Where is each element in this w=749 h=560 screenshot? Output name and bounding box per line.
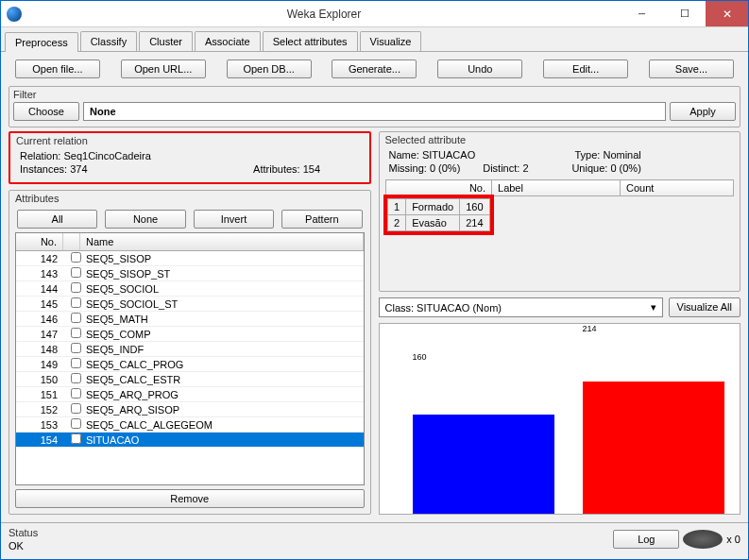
undo-button[interactable]: Undo xyxy=(437,59,522,78)
status-bar: Status OK Log x 0 xyxy=(1,522,748,559)
sel-missing-label: Missing: 0 (0%) xyxy=(389,162,476,174)
class-select-value: Class: SITUACAO (Nom) xyxy=(385,302,502,314)
save-button[interactable]: Save... xyxy=(649,59,734,78)
sel-col-count: Count xyxy=(621,180,734,196)
status-legend: Status xyxy=(9,527,613,538)
window-controls xyxy=(621,1,748,26)
selected-value-row: 2Evasão214 xyxy=(388,215,490,231)
col-header-name: Name xyxy=(80,233,364,250)
current-relation-legend: Current relation xyxy=(16,135,364,146)
weka-bird-icon xyxy=(683,530,723,549)
tab-preprocess[interactable]: Preprocess xyxy=(5,32,78,52)
sel-unique-label: Unique: 0 (0%) xyxy=(571,162,640,174)
attribute-row[interactable]: 151SEQ5_ARQ_PROG xyxy=(16,387,364,402)
attribute-row[interactable]: 147SEQ5_COMP xyxy=(16,327,364,342)
sel-type-label: Type: Nominal xyxy=(571,149,640,161)
weka-explorer-window: Weka Explorer Preprocess Classify Cluste… xyxy=(0,0,749,560)
main-split: Current relation Relation: Seq1CincoCade… xyxy=(9,131,740,515)
selected-values-table: No. Label Count 1Formado1602Evasão214 xyxy=(385,179,735,233)
edit-button[interactable]: Edit... xyxy=(543,59,628,78)
status-text: OK xyxy=(9,540,613,552)
bar-evasao xyxy=(583,382,724,514)
attr-all-button[interactable]: All xyxy=(17,210,97,229)
status-counter: x 0 xyxy=(726,534,740,545)
remove-button[interactable]: Remove xyxy=(15,489,365,508)
left-pane: Current relation Relation: Seq1CincoCade… xyxy=(9,131,371,515)
tab-associate[interactable]: Associate xyxy=(195,31,261,51)
attribute-row[interactable]: 148SEQ5_INDF xyxy=(16,342,364,357)
sel-distinct-label: Distinct: 2 xyxy=(483,162,564,174)
attribute-row[interactable]: 143SEQ5_SISOP_ST xyxy=(16,266,364,281)
current-relation-group: Current relation Relation: Seq1CincoCade… xyxy=(9,131,371,184)
attributes-group: Attributes All None Invert Pattern No. N… xyxy=(9,190,371,515)
attributes-legend: Attributes xyxy=(15,193,365,204)
attribute-row[interactable]: 154SITUACAO xyxy=(16,433,364,448)
attributes-label: Attributes: 154 xyxy=(230,163,320,175)
window-title: Weka Explorer xyxy=(27,8,621,21)
attr-invert-button[interactable]: Invert xyxy=(194,210,274,229)
visualization-area: 160 214 xyxy=(379,323,741,515)
bar-label-2: 214 xyxy=(583,324,597,333)
attribute-row[interactable]: 146SEQ5_MATH xyxy=(16,312,364,327)
filter-apply-button[interactable]: Apply xyxy=(670,102,736,121)
attribute-row[interactable]: 142SEQ5_SISOP xyxy=(16,251,364,266)
log-button[interactable]: Log xyxy=(613,530,679,549)
generate-button[interactable]: Generate... xyxy=(332,59,417,78)
selected-attribute-legend: Selected attribute xyxy=(385,134,735,145)
attribute-row[interactable]: 149SEQ5_CALC_PROG xyxy=(16,357,364,372)
attributes-list-body[interactable]: 142SEQ5_SISOP143SEQ5_SISOP_ST144SEQ5_SOC… xyxy=(16,251,364,484)
open-url-button[interactable]: Open URL... xyxy=(121,59,206,78)
class-row: Class: SITUACAO (Nom) ▾ Visualize All xyxy=(379,297,741,317)
open-file-button[interactable]: Open file... xyxy=(15,59,100,78)
close-button[interactable] xyxy=(706,1,748,26)
titlebar: Weka Explorer xyxy=(1,1,748,27)
filter-legend: Filter xyxy=(13,89,736,100)
filter-choose-button[interactable]: Choose xyxy=(13,102,79,121)
attribute-row[interactable]: 144SEQ5_SOCIOL xyxy=(16,281,364,297)
class-select[interactable]: Class: SITUACAO (Nom) ▾ xyxy=(379,297,663,317)
tab-visualize[interactable]: Visualize xyxy=(360,31,422,51)
attribute-row[interactable]: 153SEQ5_CALC_ALGEGEOM xyxy=(16,417,364,433)
bar-label-1: 160 xyxy=(413,352,427,362)
tab-select-attributes[interactable]: Select attributes xyxy=(263,31,358,51)
instances-label: Instances: 374 xyxy=(20,163,175,175)
filter-value-field[interactable]: None xyxy=(83,102,666,121)
chevron-down-icon: ▾ xyxy=(651,301,656,314)
relation-label: Relation: Seq1CincoCadeira xyxy=(20,150,175,161)
minimize-button[interactable] xyxy=(621,1,663,26)
visualize-all-button[interactable]: Visualize All xyxy=(669,297,741,317)
main-tabs: Preprocess Classify Cluster Associate Se… xyxy=(1,27,748,52)
attr-none-button[interactable]: None xyxy=(105,210,185,229)
main-toolbar: Open file... Open URL... Open DB... Gene… xyxy=(1,52,748,86)
col-header-no: No. xyxy=(16,233,63,250)
sel-col-no: No. xyxy=(385,180,492,196)
content-area: Filter Choose None Apply Current relatio… xyxy=(1,86,748,522)
app-icon xyxy=(7,7,22,22)
filter-group: Filter Choose None Apply xyxy=(9,86,740,127)
right-pane: Selected attribute Name: SITUACAO Type: … xyxy=(379,131,741,515)
attribute-row[interactable]: 145SEQ5_SOCIOL_ST xyxy=(16,297,364,312)
attribute-row[interactable]: 150SEQ5_CALC_ESTR xyxy=(16,372,364,387)
sel-name-label: Name: SITUACAO xyxy=(389,149,476,161)
tab-cluster[interactable]: Cluster xyxy=(139,31,193,51)
bar-formado xyxy=(413,415,554,514)
maximize-button[interactable] xyxy=(663,1,706,26)
open-db-button[interactable]: Open DB... xyxy=(227,59,312,78)
attribute-row[interactable]: 152SEQ5_ARQ_SISOP xyxy=(16,402,364,417)
attr-pattern-button[interactable]: Pattern xyxy=(281,210,362,229)
attributes-list: No. Name 142SEQ5_SISOP143SEQ5_SISOP_ST14… xyxy=(15,232,365,485)
selected-attribute-group: Selected attribute Name: SITUACAO Type: … xyxy=(379,131,741,292)
selected-value-row: 1Formado160 xyxy=(388,199,490,215)
tab-classify[interactable]: Classify xyxy=(80,31,138,51)
sel-col-label: Label xyxy=(492,180,621,196)
